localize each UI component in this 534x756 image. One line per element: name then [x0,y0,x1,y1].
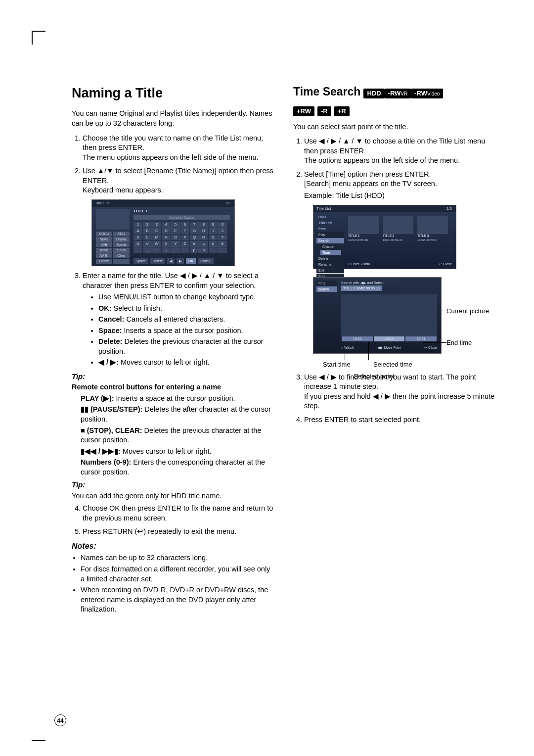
tip1-heading: Remote control buttons for entering a na… [72,382,274,392]
kb-char-cell: - [162,247,171,253]
kb-genre-cell: Show [113,248,130,253]
disc-badge: -RWVR [385,89,411,98]
kb-action: Delete [150,258,165,264]
step3-bullet: ◀ / ▶: Moves cursor to left or right. [98,358,274,368]
hdd-side-header: Free [316,226,344,232]
hdd-thumb: TITLE 116/02 00:05:30 [348,216,379,242]
time-bar-seg: 19:28 [374,336,405,341]
kb-char-cell: 7 [190,222,199,228]
kb-char-cell: Y [171,241,180,247]
right-column: Time Search HDD-RWVR-RWVideo +RW-R+R You… [293,84,497,726]
kb-char-cell: ü [209,241,218,247]
kb-genre-cell: Clear [113,253,130,258]
hdd-thumb: TITLE 216/02 00:59:29 [383,216,413,242]
kb-char-cell: . [134,247,142,253]
step-2: Use ▲/▼ to select [Rename (Title Name)] … [83,166,274,266]
kb-char-cell: þ [190,247,199,253]
step3-bullet: Space: Inserts a space at the cursor pos… [98,326,274,336]
kb-genre-cell: Movie [96,248,112,253]
kb-genre-grid: DOCUEDUNewsDramaANISportsMovieShowAV INC… [96,232,130,264]
disc-badge: +RW [293,106,314,116]
kb-char-cell: , [143,247,152,253]
timesearch-intro: You can select start point of the title. [293,122,497,132]
kb-char-cell: ë [218,241,227,247]
kb-alphabet-label: Alphabet Capital [134,215,230,220]
left-column: Naming a Title You can name Original and… [72,84,274,726]
disc-badge: +R [334,106,350,116]
time-bar-seg: 19:26 [342,336,373,341]
ts-step-4: Press ENTER to start selected point. [304,415,497,425]
kb-genre-cell [113,259,130,264]
kb-char-cell [218,247,227,253]
notes-label: Notes: [72,541,274,552]
heading-naming: Naming a Title [72,84,274,102]
tip2-label: Tip: [72,480,274,490]
kb-char-cell: 2 [143,222,152,228]
note-item: Names can be up to 32 characters long. [81,553,274,563]
kb-genre-cell: DOCU [96,232,112,236]
hdd-side-subitem: Chapter [320,244,341,249]
callout-start: Start time [323,360,351,369]
page-content: Naming a Title You can name Original and… [0,0,534,756]
tip1-item: ▮◀◀ / ▶▶▮: Moves cursor to left or right… [81,447,274,457]
naming-intro: You can name Original and Playlist title… [72,109,274,128]
keyboard-screenshot: Title List 1/3 TITLE 1 Alphabet Capital … [91,199,235,266]
kb-char-cell: R [199,235,208,240]
tip1-item: ■ (STOP), CLEAR: Deletes the previous ch… [81,426,274,445]
kb-char-cell: H [199,228,208,234]
kb-char-cell: O [171,235,180,240]
hdd-thumb-row: TITLE 116/02 00:05:30TITLE 216/02 00:59:… [348,216,448,242]
ts-step-3: Use ◀ / ▶ to find the point you want to … [304,373,497,411]
kb-char-cell: C [152,228,161,234]
callout-selpoint: Selected point [354,372,394,381]
tip1-item: PLAY (▶): Inserts a space at the cursor … [81,394,274,404]
kb-char-cell: 6 [180,222,189,228]
timesearch-steps: Use ◀ / ▶ / ▲ / ▼ to choose a title on t… [293,137,497,425]
naming-steps: Choose the title you want to name on the… [72,134,274,368]
step-3: Enter a name for the title. Use ◀ / ▶ / … [83,271,274,368]
kb-char-cell: U [134,241,142,247]
hdd-side-item: Delete [316,256,344,261]
tip1-item: ▮▮ (PAUSE/STEP): Deletes the after chara… [81,405,274,424]
kb-char-cell: B [143,228,152,234]
note-item: When recording on DVD-R, DVD+R or DVD+RW… [81,585,274,614]
kb-bar-page: 1/3 [225,201,230,206]
kb-genre-cell: EDU [113,232,130,236]
step3-bullets: Use MENU/LIST button to change keyboard … [83,292,274,368]
hdd-side-item: Edit [316,268,344,273]
kb-char-cell: é [190,241,199,247]
kb-thumbnail [96,209,130,230]
step3-bullet: Delete: Deletes the previous character a… [98,337,274,356]
disc-badge: HDD [363,89,384,98]
kb-genre-cell: Genre [96,259,112,264]
note-item: For discs formatted on a different recor… [81,565,274,584]
kb-char-cell: I [209,228,218,234]
kb-char-cell: 0 [218,222,227,228]
kb-actions: SpaceDelete◀▶OKCancel [134,258,214,264]
kb-char-cell: Q [190,235,199,240]
kb-char-cell: ñ [199,247,208,253]
tip1-label: Tip: [72,372,274,381]
kb-char-cell: V [143,241,152,247]
heading-time-search: Time Search HDD-RWVR-RWVideo [293,84,497,99]
callout-end: End time [446,338,472,347]
hdd-side-subitem: Time [320,250,341,255]
notes-list: Names can be up to 32 characters long.Fo… [72,553,274,614]
step-1: Choose the title you want to name on the… [83,134,274,163]
kb-char-cell: 5 [171,222,180,228]
time-callout-wrap: TimeSearch Search with ◀ ▶ and Select TI… [304,277,497,354]
kb-char-cell: P [180,235,189,240]
step-4: Choose OK then press ENTER to fix the na… [83,504,274,523]
kb-char-cell: 8 [199,222,208,228]
time-side: TimeSearch [316,281,337,292]
kb-char-cell: ç [199,241,208,247]
kb-char-cell: ' [152,247,161,253]
disc-badge: -R [317,106,331,116]
hdd-side-item: Play [316,232,344,237]
time-footer: ○ Watch ◀ ▶ Move Point ↩ Close [341,345,437,350]
kb-char-cell: D [162,228,171,234]
kb-title-label: TITLE 1 [134,209,148,214]
page-number: 44 [54,714,66,726]
kb-char-cell: W [152,241,161,247]
kb-genre-cell: AV IN [96,253,112,258]
